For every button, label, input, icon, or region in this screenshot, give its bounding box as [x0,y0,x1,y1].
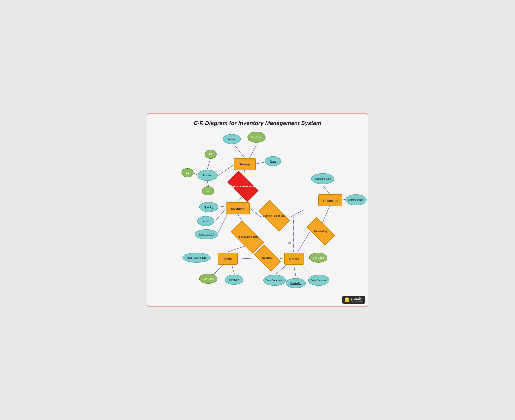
svg-line-14 [323,185,330,194]
svg-line-2 [255,162,266,164]
attr-itemno: ItemNo# [225,275,243,285]
relationship-request: Request [255,251,279,265]
svg-line-28 [300,264,310,274]
svg-text:text: text [287,241,292,244]
creately-logo: 💡 creately Diagramming [342,296,365,304]
diagram-container: E-R Diagram for Inventory Management Sys… [147,113,368,307]
attr-itemid: ItemID [197,216,214,226]
svg-line-16 [322,206,330,225]
attr-l1: L1 [205,150,217,159]
svg-line-26 [276,264,288,274]
svg-line-11 [217,214,228,234]
logo-icon: 💡 [345,297,349,302]
svg-line-23 [237,258,256,259]
svg-line-27 [293,264,296,277]
attr-sno: Sno# [265,156,281,166]
attr-shipment-date: Shipment Date [311,173,334,184]
svg-line-10 [215,209,225,221]
logo-name: creately [351,297,363,300]
attr-barcode-items: Bar Code [199,274,217,284]
entity-storage: Storage [234,158,256,170]
attr-item-desc: Item_discription [183,253,211,263]
entity-orders: Orders [284,253,304,265]
attr-date-completed: Date Completed [263,275,286,286]
attr-shipment-no: Shipment No# [346,194,367,205]
attr-quantity: Quantity [199,202,218,212]
relationship-to-provide: To provide detail [232,229,263,245]
attr-date-required: Date Required [308,275,329,286]
svg-line-24 [279,258,284,259]
relationship-replenishment: Replenishment (add) [229,178,257,194]
svg-line-0 [232,142,245,158]
relationship-needed-by: Needed by [308,224,334,239]
svg-line-13 [290,210,304,218]
svg-line-1 [249,145,256,158]
attr-position: Position [198,170,218,181]
attr-l2: L2 [181,168,193,177]
attr-orderno: OrederNo [286,278,306,288]
attr-barcode-storage: Bar Code [247,132,266,143]
entity-items: Items [218,253,238,265]
entity-inventory: Inventory [226,202,250,214]
attr-l3: L3 [202,186,214,195]
attr-inventoryid: InventoryID# [194,229,218,239]
svg-line-22 [231,264,235,274]
entity-shipments: Shipments [318,194,342,206]
diagram-title: E-R Diagram for Inventory Management Sys… [151,118,364,126]
attr-barcode-orders: Bar Code [309,253,327,263]
logo-subtext: Diagramming [351,300,363,302]
relationship-supplied: Suplied (discount) [260,208,289,224]
attr-name: Name [223,134,241,144]
svg-line-3 [218,165,234,175]
svg-line-9 [219,206,225,207]
